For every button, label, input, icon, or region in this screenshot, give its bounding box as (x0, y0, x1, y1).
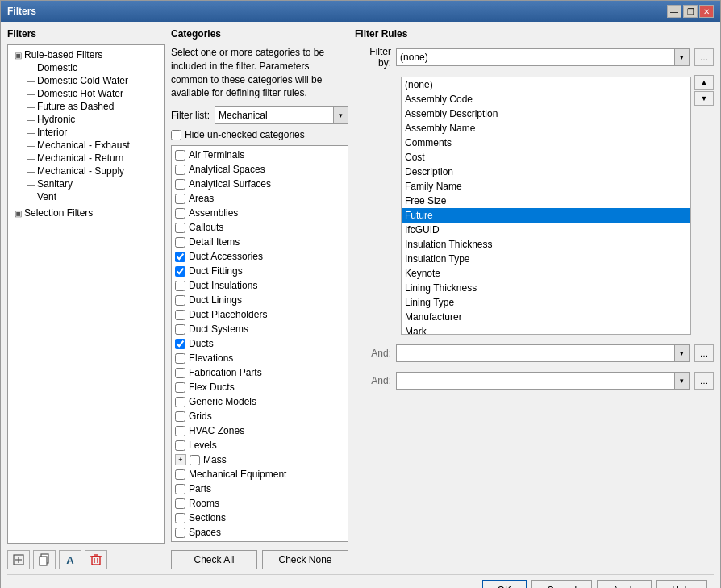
tree-root-item[interactable]: ▣ Rule-based Filters (11, 48, 160, 61)
cat-item-callouts[interactable]: Callouts (173, 220, 346, 235)
dropdown-item-ifcguid[interactable]: IfcGUID (402, 223, 690, 237)
cat-item-duct-insulations[interactable]: Duct Insulations (173, 278, 346, 293)
cat-item-ducts[interactable]: Ducts (173, 336, 346, 351)
and-options-btn-2[interactable]: … (694, 372, 714, 390)
cat-item-flex-ducts[interactable]: Flex Ducts (173, 380, 346, 394)
filter-dropdown-list[interactable]: (none) Assembly Code Assembly Descriptio… (401, 77, 691, 335)
cat-checkbox[interactable] (175, 469, 185, 480)
cat-checkbox[interactable] (175, 426, 185, 436)
cat-checkbox[interactable] (175, 150, 185, 161)
dropdown-item-keynote[interactable]: Keynote (402, 266, 690, 281)
dropdown-item-insulation-type[interactable]: Insulation Type (402, 252, 690, 266)
dropdown-item-lining-thickness[interactable]: Lining Thickness (402, 281, 690, 295)
ok-button[interactable]: OK (482, 580, 527, 588)
tree-item-future-dashed[interactable]: —Future as Dashed (24, 100, 160, 113)
tree-item-interior[interactable]: —Interior (24, 126, 160, 139)
cat-checkbox[interactable] (175, 252, 185, 262)
cat-item-generic-models[interactable]: Generic Models (173, 394, 346, 409)
filters-tree-container[interactable]: ▣ Rule-based Filters —Domestic —Domestic… (7, 44, 165, 544)
cat-item-levels[interactable]: Levels (173, 438, 346, 452)
cat-checkbox[interactable] (175, 484, 185, 494)
dropdown-item-assembly-desc[interactable]: Assembly Description (402, 106, 690, 121)
cat-checkbox[interactable] (175, 208, 185, 219)
duplicate-filter-btn[interactable] (33, 550, 56, 569)
dropdown-item-manufacturer[interactable]: Manufacturer (402, 310, 690, 324)
cat-checkbox[interactable] (175, 440, 185, 451)
dropdown-item-none[interactable]: (none) (402, 77, 690, 92)
tree-selection-filters[interactable]: ▣ Selection Filters (11, 206, 160, 219)
cat-checkbox[interactable] (175, 310, 185, 320)
minimize-button[interactable]: — (667, 5, 681, 18)
restore-button[interactable]: ❐ (683, 5, 698, 18)
delete-filter-btn[interactable] (85, 550, 107, 569)
rename-filter-btn[interactable]: A (59, 550, 81, 569)
dropdown-item-free-size[interactable]: Free Size (402, 194, 690, 208)
tree-item-hydronic[interactable]: —Hydronic (24, 113, 160, 126)
cat-item-duct-linings[interactable]: Duct Linings (173, 293, 346, 307)
cat-item-duct-fittings[interactable]: Duct Fittings (173, 264, 346, 278)
cat-item-analytical-spaces[interactable]: Analytical Spaces (173, 162, 346, 177)
and-options-btn-1[interactable]: … (694, 344, 714, 362)
cat-checkbox[interactable] (175, 339, 185, 349)
cat-item-hvac-zones[interactable]: HVAC Zones (173, 423, 346, 438)
filter-list-select[interactable]: Mechanical ▾ (215, 106, 348, 124)
dropdown-item-assembly-name[interactable]: Assembly Name (402, 121, 690, 136)
categories-list[interactable]: Air Terminals Analytical Spaces Analytic… (171, 145, 348, 542)
cat-item-duct-placeholders[interactable]: Duct Placeholders (173, 307, 346, 322)
tree-item-domestic-cold[interactable]: —Domestic Cold Water (24, 74, 160, 87)
close-button[interactable]: ✕ (699, 5, 714, 18)
cat-checkbox[interactable] (175, 281, 185, 291)
scroll-up-btn[interactable]: ▲ (694, 75, 714, 90)
check-none-button[interactable]: Check None (262, 550, 348, 569)
cat-checkbox[interactable] (190, 455, 200, 465)
cat-item-mechanical-equipment[interactable]: Mechanical Equipment (173, 467, 346, 482)
tree-item-sanitary[interactable]: —Sanitary (24, 177, 160, 190)
cat-item-fabrication-parts[interactable]: Fabrication Parts (173, 365, 346, 380)
filter-by-options-btn[interactable]: … (694, 48, 714, 66)
cat-item-sections[interactable]: Sections (173, 511, 346, 525)
cat-checkbox[interactable] (175, 295, 185, 306)
cat-item-elevations[interactable]: Elevations (173, 351, 346, 365)
filter-by-select[interactable]: (none) ▾ (396, 48, 690, 66)
and-select-1[interactable]: ▾ (396, 344, 690, 362)
dropdown-item-comments[interactable]: Comments (402, 136, 690, 150)
scroll-down-btn[interactable]: ▼ (694, 91, 714, 106)
dropdown-item-assembly-code[interactable]: Assembly Code (402, 92, 690, 106)
cat-checkbox[interactable] (175, 382, 185, 393)
cat-item-grids[interactable]: Grids (173, 409, 346, 423)
dropdown-item-mark[interactable]: Mark (402, 324, 690, 335)
cat-item-duct-systems[interactable]: Duct Systems (173, 322, 346, 336)
cat-checkbox[interactable] (175, 397, 185, 407)
expand-icon[interactable]: + (175, 454, 186, 465)
tree-item-mech-exhaust[interactable]: —Mechanical - Exhaust (24, 139, 160, 152)
cat-checkbox[interactable] (175, 223, 185, 233)
cat-item-air-terminals[interactable]: Air Terminals (173, 148, 346, 162)
help-button[interactable]: Help (656, 580, 707, 588)
dropdown-item-future[interactable]: Future (402, 208, 690, 223)
cat-item-duct-accessories[interactable]: Duct Accessories (173, 249, 346, 264)
cat-item-analytical-surfaces[interactable]: Analytical Surfaces (173, 177, 346, 191)
cat-checkbox[interactable] (175, 353, 185, 364)
cat-item-areas[interactable]: Areas (173, 191, 346, 206)
cat-checkbox[interactable] (175, 324, 185, 335)
cat-item-spaces[interactable]: Spaces (173, 525, 346, 540)
and-select-2[interactable]: ▾ (396, 372, 690, 390)
check-all-button[interactable]: Check All (171, 550, 257, 569)
cat-item-assemblies[interactable]: Assemblies (173, 206, 346, 220)
dropdown-item-family-name[interactable]: Family Name (402, 179, 690, 194)
tree-item-vent[interactable]: —Vent (24, 190, 160, 203)
cat-checkbox[interactable] (175, 513, 185, 523)
cat-item-detail-items[interactable]: Detail Items (173, 235, 346, 249)
cat-checkbox[interactable] (175, 368, 185, 378)
apply-button[interactable]: Apply (597, 580, 652, 588)
cat-item-mass[interactable]: +Mass (173, 452, 346, 467)
tree-item-mech-return[interactable]: —Mechanical - Return (24, 152, 160, 165)
cat-checkbox[interactable] (175, 194, 185, 204)
hide-unchecked-checkbox[interactable] (171, 130, 181, 140)
cat-checkbox[interactable] (175, 411, 185, 422)
cat-checkbox[interactable] (175, 266, 185, 277)
cat-checkbox[interactable] (175, 179, 185, 190)
cat-checkbox[interactable] (175, 498, 185, 509)
cat-item-rooms[interactable]: Rooms (173, 496, 346, 511)
cat-item-parts[interactable]: Parts (173, 482, 346, 496)
